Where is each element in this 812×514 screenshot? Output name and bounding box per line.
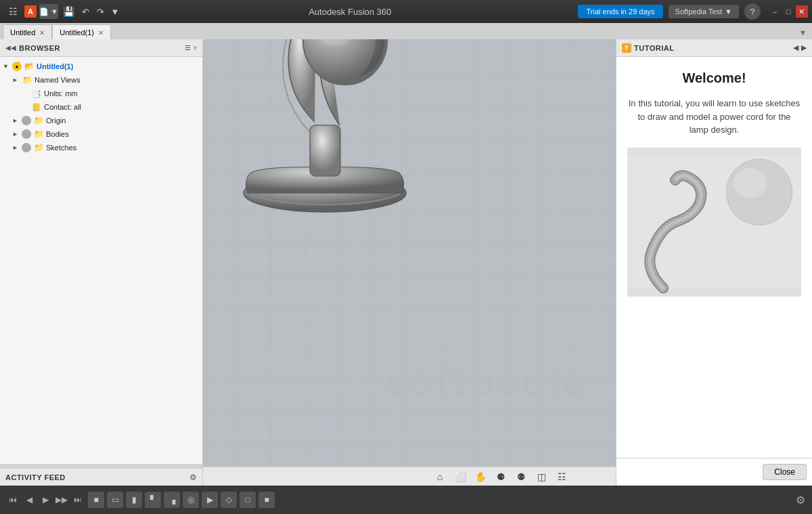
- tutorial-header: T TUTORIAL ◀ ▶: [616, 39, 812, 57]
- browser-collapse-button[interactable]: ◀◀: [5, 44, 16, 51]
- tree-item-units[interactable]: 📑 Units: mm: [0, 87, 202, 100]
- tab-close-untitled1[interactable]: ✕: [98, 29, 104, 37]
- tutorial-prev-button[interactable]: ◀: [793, 43, 798, 52]
- tutorial-title-bar: T TUTORIAL: [622, 43, 674, 53]
- tree-label-bodies: Bodies: [46, 130, 69, 138]
- tree-item-sketches[interactable]: ► 📁 Sketches: [0, 141, 202, 154]
- visibility-sketches[interactable]: [22, 143, 31, 152]
- timeline-tool-6[interactable]: ◎: [183, 492, 199, 508]
- tutorial-panel: T TUTORIAL ◀ ▶ Welcome! In this tutorial…: [616, 39, 812, 486]
- folder-icon-named-views: 📁: [22, 74, 32, 85]
- next-button[interactable]: ▶▶: [55, 494, 68, 506]
- expand-tabs-button[interactable]: ▼: [799, 28, 807, 37]
- tree-label-contact: Contact: all: [44, 103, 81, 111]
- help-button[interactable]: ?: [744, 3, 761, 20]
- grid-settings-button[interactable]: ☷: [554, 469, 569, 484]
- folder-icon-origin: 📁: [33, 115, 44, 126]
- contact-icon: 📒: [31, 102, 42, 112]
- undo-button[interactable]: ↶: [78, 5, 92, 18]
- timeline-tool-5[interactable]: ▗: [164, 492, 180, 508]
- svg-rect-2: [310, 125, 340, 176]
- lamp-model: [210, 39, 440, 234]
- app-bar: ☷ A 📄 ▼ 💾 ↶ ↷ ▼ Autodesk Fusion 360 Tria…: [0, 0, 812, 23]
- close-button[interactable]: ✕: [796, 5, 808, 18]
- skip-start-button[interactable]: ⏮: [7, 494, 19, 506]
- tree-label-units: Units: mm: [44, 89, 78, 98]
- timeline-tool-10[interactable]: ■: [258, 492, 275, 508]
- visibility-origin[interactable]: [22, 116, 31, 125]
- tree-label-named-views: Named Views: [35, 76, 81, 84]
- tree-item-named-views[interactable]: ► 📁 Named Views: [0, 73, 202, 87]
- tree-item-bodies[interactable]: ► 📁 Bodies: [0, 127, 202, 141]
- expand-bodies[interactable]: ►: [12, 131, 22, 137]
- trial-button[interactable]: Trial ends in 29 days: [578, 5, 662, 18]
- visibility-root[interactable]: ●: [12, 62, 22, 71]
- expand-sketches[interactable]: ►: [12, 144, 22, 151]
- tutorial-close-button[interactable]: Close: [763, 464, 807, 480]
- browser-panel: ◀◀ BROWSER ☰ ▿ ▼ ● 📂 Untitled(1) ► 📁 Nam…: [0, 39, 203, 464]
- file-menu-button[interactable]: 📄 ▼: [39, 4, 58, 19]
- tutorial-welcome-heading: Welcome!: [627, 70, 801, 86]
- zoom-in-button[interactable]: ⚉: [514, 469, 528, 484]
- expand-named-views[interactable]: ►: [12, 77, 22, 83]
- trial-banner: Trial ends in 29 days Softpedia Test ▼ ?…: [578, 3, 808, 20]
- user-menu[interactable]: Softpedia Test ▼: [669, 5, 739, 18]
- save-button[interactable]: 💾: [61, 4, 76, 19]
- browser-expand-button[interactable]: ▿: [194, 44, 197, 51]
- app-icon: A: [24, 5, 37, 18]
- minimize-button[interactable]: –: [769, 5, 781, 18]
- tab-untitled[interactable]: Untitled ✕: [3, 24, 52, 41]
- tab-untitled1[interactable]: Untitled(1) ✕: [52, 24, 111, 41]
- tutorial-image: [627, 148, 801, 297]
- expand-root[interactable]: ▼: [3, 63, 12, 70]
- tutorial-next-button[interactable]: ▶: [801, 43, 807, 52]
- timeline-tool-2[interactable]: ▭: [107, 492, 123, 508]
- timeline-tool-8[interactable]: ◇: [221, 492, 237, 508]
- app-title: Autodesk Fusion 360: [309, 7, 391, 17]
- tree-item-contact[interactable]: 📒 Contact: all: [0, 100, 202, 114]
- tree-item-root[interactable]: ▼ ● 📂 Untitled(1): [0, 60, 202, 73]
- tutorial-footer: Close: [616, 458, 812, 486]
- undo-history-button[interactable]: ▼: [108, 5, 122, 18]
- tutorial-description: In this tutorial, you will learn to use …: [627, 97, 801, 137]
- timeline-tool-1[interactable]: ■: [88, 492, 104, 508]
- settings-gear-button[interactable]: ⚙: [796, 494, 805, 507]
- timeline-tool-9[interactable]: □: [240, 492, 256, 508]
- units-icon: 📑: [31, 88, 42, 99]
- browser-title: BROWSER: [19, 44, 60, 52]
- play-button[interactable]: ▶: [39, 494, 51, 506]
- skip-end-button[interactable]: ⏭: [72, 494, 84, 506]
- fit-screen-button[interactable]: ⬜: [453, 469, 468, 484]
- grid-menu-button[interactable]: ☷: [4, 3, 22, 20]
- status-bar: ⏮ ◀ ▶ ▶▶ ⏭ ■ ▭ ▮ ▘ ▗ ◎ ▶ ◇ □ ■ ⚙: [0, 486, 812, 514]
- browser-menu-button[interactable]: ☰: [185, 44, 191, 51]
- activity-feed-button[interactable]: ⚙: [189, 473, 197, 482]
- maximize-button[interactable]: □: [782, 5, 794, 18]
- tree-label-root: Untitled(1): [37, 62, 73, 70]
- browser-header: ◀◀ BROWSER ☰ ▿: [0, 39, 202, 57]
- visibility-bodies[interactable]: [22, 129, 31, 139]
- display-settings-button[interactable]: ◫: [534, 469, 549, 484]
- folder-icon-bodies: 📁: [33, 129, 44, 140]
- tutorial-icon: T: [622, 43, 631, 53]
- activity-feed: ACTIVITY FEED ⚙: [0, 468, 203, 486]
- folder-icon-sketches: 📁: [33, 142, 44, 153]
- home-view-button[interactable]: ⌂: [432, 469, 447, 484]
- pan-button[interactable]: ✋: [473, 469, 488, 484]
- folder-icon-root: 📂: [24, 61, 35, 72]
- timeline-tool-7[interactable]: ▶: [202, 492, 218, 508]
- prev-button[interactable]: ◀: [23, 494, 35, 506]
- tree-item-origin[interactable]: ► 📁 Origin: [0, 114, 202, 127]
- timeline-tool-4[interactable]: ▘: [145, 492, 161, 508]
- tree-label-sketches: Sketches: [46, 144, 76, 152]
- timeline-tool-3[interactable]: ▮: [126, 492, 142, 508]
- browser-tree: ▼ ● 📂 Untitled(1) ► 📁 Named Views 📑 Unit…: [0, 57, 202, 464]
- svg-point-13: [734, 168, 767, 198]
- redo-button[interactable]: ↷: [93, 5, 107, 18]
- tutorial-content: Welcome! In this tutorial, you will lear…: [616, 57, 812, 458]
- expand-origin[interactable]: ►: [12, 117, 22, 124]
- watermark: softpedia: [384, 358, 589, 404]
- zoom-out-button[interactable]: ⚈: [493, 469, 508, 484]
- tab-close-untitled[interactable]: ✕: [39, 29, 45, 37]
- timeline-area: ■ ▭ ▮ ▘ ▗ ◎ ▶ ◇ □ ■: [88, 492, 275, 508]
